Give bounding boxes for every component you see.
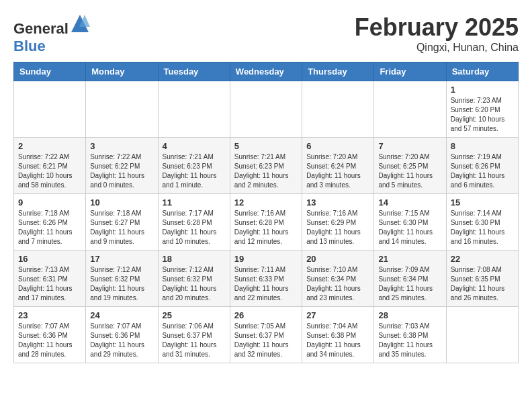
calendar-week-row: 2Sunrise: 7:22 AM Sunset: 6:21 PM Daylig… xyxy=(14,138,519,194)
month-title: February 2025 xyxy=(355,13,519,42)
day-number: 1 xyxy=(451,85,514,95)
calendar-cell: 24Sunrise: 7:07 AM Sunset: 6:36 PM Dayli… xyxy=(86,307,158,363)
day-info: Sunrise: 7:05 AM Sunset: 6:37 PM Dayligh… xyxy=(234,322,298,359)
day-info: Sunrise: 7:06 AM Sunset: 6:37 PM Dayligh… xyxy=(163,322,226,359)
calendar-cell: 13Sunrise: 7:16 AM Sunset: 6:29 PM Dayli… xyxy=(302,194,374,250)
day-info: Sunrise: 7:15 AM Sunset: 6:30 PM Dayligh… xyxy=(378,209,441,246)
day-number: 18 xyxy=(163,254,226,264)
calendar-cell xyxy=(86,81,158,138)
logo-text: General Blue xyxy=(13,13,90,55)
calendar-cell: 1Sunrise: 7:23 AM Sunset: 6:20 PM Daylig… xyxy=(446,81,518,138)
calendar-cell: 21Sunrise: 7:09 AM Sunset: 6:34 PM Dayli… xyxy=(374,250,446,307)
calendar-cell: 18Sunrise: 7:12 AM Sunset: 6:32 PM Dayli… xyxy=(158,250,230,307)
calendar-cell: 28Sunrise: 7:03 AM Sunset: 6:38 PM Dayli… xyxy=(374,307,446,363)
day-info: Sunrise: 7:22 AM Sunset: 6:22 PM Dayligh… xyxy=(90,152,153,190)
day-number: 6 xyxy=(306,141,369,151)
calendar-cell xyxy=(14,81,86,138)
calendar-cell: 8Sunrise: 7:19 AM Sunset: 6:26 PM Daylig… xyxy=(446,138,518,194)
calendar-header-row: SundayMondayTuesdayWednesdayThursdayFrid… xyxy=(14,62,519,81)
day-number: 27 xyxy=(306,310,369,320)
day-number: 20 xyxy=(306,254,369,264)
day-info: Sunrise: 7:19 AM Sunset: 6:26 PM Dayligh… xyxy=(451,152,514,190)
day-info: Sunrise: 7:11 AM Sunset: 6:33 PM Dayligh… xyxy=(234,265,298,303)
calendar-day-header: Tuesday xyxy=(158,62,230,81)
day-info: Sunrise: 7:18 AM Sunset: 6:27 PM Dayligh… xyxy=(90,209,153,246)
day-info: Sunrise: 7:14 AM Sunset: 6:30 PM Dayligh… xyxy=(451,209,514,246)
day-number: 26 xyxy=(234,310,298,320)
calendar-cell: 14Sunrise: 7:15 AM Sunset: 6:30 PM Dayli… xyxy=(374,194,446,250)
calendar-week-row: 16Sunrise: 7:13 AM Sunset: 6:31 PM Dayli… xyxy=(14,250,519,307)
calendar-day-header: Friday xyxy=(374,62,446,81)
day-number: 16 xyxy=(18,254,81,264)
day-info: Sunrise: 7:03 AM Sunset: 6:38 PM Dayligh… xyxy=(378,322,441,359)
calendar-cell: 20Sunrise: 7:10 AM Sunset: 6:34 PM Dayli… xyxy=(302,250,374,307)
calendar-day-header: Thursday xyxy=(302,62,374,81)
day-number: 11 xyxy=(163,197,226,208)
calendar-cell: 15Sunrise: 7:14 AM Sunset: 6:30 PM Dayli… xyxy=(446,194,518,250)
day-info: Sunrise: 7:12 AM Sunset: 6:32 PM Dayligh… xyxy=(163,265,226,303)
title-block: February 2025 Qingxi, Hunan, China xyxy=(355,13,519,54)
calendar-cell: 22Sunrise: 7:08 AM Sunset: 6:35 PM Dayli… xyxy=(446,250,518,307)
calendar-cell: 11Sunrise: 7:17 AM Sunset: 6:28 PM Dayli… xyxy=(158,194,230,250)
day-number: 22 xyxy=(451,254,514,264)
calendar-table: SundayMondayTuesdayWednesdayThursdayFrid… xyxy=(13,62,519,363)
day-info: Sunrise: 7:08 AM Sunset: 6:35 PM Dayligh… xyxy=(451,265,514,303)
day-info: Sunrise: 7:04 AM Sunset: 6:38 PM Dayligh… xyxy=(306,322,369,359)
calendar-cell xyxy=(158,81,230,138)
calendar-cell: 26Sunrise: 7:05 AM Sunset: 6:37 PM Dayli… xyxy=(230,307,302,363)
calendar-cell: 12Sunrise: 7:16 AM Sunset: 6:28 PM Dayli… xyxy=(230,194,302,250)
day-info: Sunrise: 7:17 AM Sunset: 6:28 PM Dayligh… xyxy=(163,209,226,246)
day-number: 5 xyxy=(234,141,298,151)
calendar-cell xyxy=(374,81,446,138)
location-title: Qingxi, Hunan, China xyxy=(355,42,519,54)
day-number: 14 xyxy=(378,197,441,208)
calendar-cell: 17Sunrise: 7:12 AM Sunset: 6:32 PM Dayli… xyxy=(86,250,158,307)
day-info: Sunrise: 7:13 AM Sunset: 6:31 PM Dayligh… xyxy=(18,265,81,303)
calendar-cell: 2Sunrise: 7:22 AM Sunset: 6:21 PM Daylig… xyxy=(14,138,86,194)
day-info: Sunrise: 7:23 AM Sunset: 6:20 PM Dayligh… xyxy=(451,96,514,134)
day-info: Sunrise: 7:20 AM Sunset: 6:24 PM Dayligh… xyxy=(306,152,369,190)
calendar-cell: 10Sunrise: 7:18 AM Sunset: 6:27 PM Dayli… xyxy=(86,194,158,250)
day-number: 9 xyxy=(18,197,81,208)
calendar-cell: 6Sunrise: 7:20 AM Sunset: 6:24 PM Daylig… xyxy=(302,138,374,194)
day-number: 28 xyxy=(378,310,441,320)
day-info: Sunrise: 7:22 AM Sunset: 6:21 PM Dayligh… xyxy=(18,152,81,190)
calendar-cell: 16Sunrise: 7:13 AM Sunset: 6:31 PM Dayli… xyxy=(14,250,86,307)
day-info: Sunrise: 7:10 AM Sunset: 6:34 PM Dayligh… xyxy=(306,265,369,303)
calendar-cell xyxy=(230,81,302,138)
day-number: 24 xyxy=(90,310,153,320)
calendar-cell: 27Sunrise: 7:04 AM Sunset: 6:38 PM Dayli… xyxy=(302,307,374,363)
logo-icon xyxy=(70,13,90,34)
calendar-cell: 25Sunrise: 7:06 AM Sunset: 6:37 PM Dayli… xyxy=(158,307,230,363)
calendar-day-header: Monday xyxy=(86,62,158,81)
day-info: Sunrise: 7:07 AM Sunset: 6:36 PM Dayligh… xyxy=(18,322,81,359)
day-number: 10 xyxy=(90,197,153,208)
logo: General Blue xyxy=(13,13,90,55)
day-number: 13 xyxy=(306,197,369,208)
calendar-day-header: Wednesday xyxy=(230,62,302,81)
logo-blue: Blue xyxy=(13,38,46,54)
day-info: Sunrise: 7:16 AM Sunset: 6:29 PM Dayligh… xyxy=(306,209,369,246)
day-number: 25 xyxy=(163,310,226,320)
day-number: 23 xyxy=(18,310,81,320)
calendar-cell: 9Sunrise: 7:18 AM Sunset: 6:26 PM Daylig… xyxy=(14,194,86,250)
calendar-cell: 4Sunrise: 7:21 AM Sunset: 6:23 PM Daylig… xyxy=(158,138,230,194)
calendar-day-header: Saturday xyxy=(446,62,518,81)
day-number: 8 xyxy=(451,141,514,151)
day-info: Sunrise: 7:18 AM Sunset: 6:26 PM Dayligh… xyxy=(18,209,81,246)
day-number: 4 xyxy=(163,141,226,151)
day-number: 2 xyxy=(18,141,81,151)
day-info: Sunrise: 7:07 AM Sunset: 6:36 PM Dayligh… xyxy=(90,322,153,359)
day-info: Sunrise: 7:12 AM Sunset: 6:32 PM Dayligh… xyxy=(90,265,153,303)
calendar-week-row: 9Sunrise: 7:18 AM Sunset: 6:26 PM Daylig… xyxy=(14,194,519,250)
day-number: 15 xyxy=(451,197,514,208)
calendar-cell: 23Sunrise: 7:07 AM Sunset: 6:36 PM Dayli… xyxy=(14,307,86,363)
day-number: 19 xyxy=(234,254,298,264)
calendar-cell: 3Sunrise: 7:22 AM Sunset: 6:22 PM Daylig… xyxy=(86,138,158,194)
day-info: Sunrise: 7:21 AM Sunset: 6:23 PM Dayligh… xyxy=(163,152,226,190)
calendar-week-row: 23Sunrise: 7:07 AM Sunset: 6:36 PM Dayli… xyxy=(14,307,519,363)
calendar-week-row: 1Sunrise: 7:23 AM Sunset: 6:20 PM Daylig… xyxy=(14,81,519,138)
calendar-cell xyxy=(446,307,518,363)
page-header: General Blue February 2025 Qingxi, Hunan… xyxy=(13,13,519,55)
logo-general: General xyxy=(13,20,69,37)
